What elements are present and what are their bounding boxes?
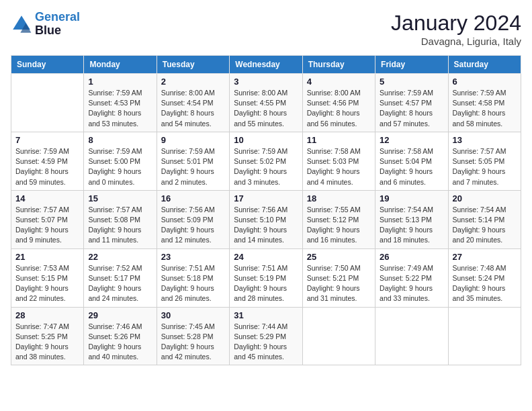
day-number: 9 bbox=[161, 135, 225, 145]
day-number: 25 bbox=[307, 252, 371, 262]
day-info: Sunrise: 7:59 AM Sunset: 5:00 PM Dayligh… bbox=[88, 146, 152, 187]
day-number: 22 bbox=[88, 252, 152, 262]
day-number: 26 bbox=[380, 252, 443, 262]
day-info: Sunrise: 7:46 AM Sunset: 5:26 PM Dayligh… bbox=[88, 322, 152, 363]
calendar-cell: 19Sunrise: 7:54 AM Sunset: 5:13 PM Dayli… bbox=[375, 190, 448, 248]
day-number: 30 bbox=[161, 310, 225, 320]
calendar-cell: 11Sunrise: 7:58 AM Sunset: 5:03 PM Dayli… bbox=[302, 132, 375, 190]
day-info: Sunrise: 7:59 AM Sunset: 4:57 PM Dayligh… bbox=[380, 88, 443, 129]
column-header-sunday: Sunday bbox=[11, 56, 84, 74]
day-info: Sunrise: 7:59 AM Sunset: 4:58 PM Dayligh… bbox=[453, 88, 517, 129]
day-info: Sunrise: 7:59 AM Sunset: 5:01 PM Dayligh… bbox=[161, 146, 225, 187]
column-header-thursday: Thursday bbox=[302, 56, 375, 74]
column-header-wednesday: Wednesday bbox=[230, 56, 302, 74]
day-info: Sunrise: 7:56 AM Sunset: 5:10 PM Dayligh… bbox=[234, 205, 298, 246]
calendar-cell: 31Sunrise: 7:44 AM Sunset: 5:29 PM Dayli… bbox=[230, 307, 302, 365]
day-number: 10 bbox=[234, 135, 298, 145]
day-number: 7 bbox=[15, 135, 79, 145]
day-number: 19 bbox=[380, 193, 443, 203]
calendar-cell: 17Sunrise: 7:56 AM Sunset: 5:10 PM Dayli… bbox=[230, 190, 302, 248]
day-info: Sunrise: 7:44 AM Sunset: 5:29 PM Dayligh… bbox=[234, 322, 298, 363]
day-info: Sunrise: 8:00 AM Sunset: 4:56 PM Dayligh… bbox=[307, 88, 371, 129]
day-info: Sunrise: 7:55 AM Sunset: 5:12 PM Dayligh… bbox=[307, 205, 371, 246]
week-row-3: 21Sunrise: 7:53 AM Sunset: 5:15 PM Dayli… bbox=[11, 248, 521, 307]
week-row-2: 14Sunrise: 7:57 AM Sunset: 5:07 PM Dayli… bbox=[11, 190, 521, 248]
calendar-cell: 24Sunrise: 7:51 AM Sunset: 5:19 PM Dayli… bbox=[230, 248, 302, 307]
week-row-0: 1Sunrise: 7:59 AM Sunset: 4:53 PM Daylig… bbox=[11, 74, 521, 132]
calendar-cell: 8Sunrise: 7:59 AM Sunset: 5:00 PM Daylig… bbox=[84, 132, 157, 190]
calendar-cell: 4Sunrise: 8:00 AM Sunset: 4:56 PM Daylig… bbox=[302, 74, 375, 132]
day-number: 8 bbox=[88, 135, 152, 145]
calendar-cell: 3Sunrise: 8:00 AM Sunset: 4:55 PM Daylig… bbox=[230, 74, 302, 132]
column-header-saturday: Saturday bbox=[448, 56, 521, 74]
day-number: 28 bbox=[15, 310, 79, 320]
header-row: SundayMondayTuesdayWednesdayThursdayFrid… bbox=[11, 56, 521, 74]
day-info: Sunrise: 7:57 AM Sunset: 5:05 PM Dayligh… bbox=[453, 146, 517, 187]
calendar-cell: 10Sunrise: 7:59 AM Sunset: 5:02 PM Dayli… bbox=[230, 132, 302, 190]
location-subtitle: Davagna, Liguria, Italy bbox=[391, 36, 521, 47]
column-header-tuesday: Tuesday bbox=[157, 56, 229, 74]
day-info: Sunrise: 7:52 AM Sunset: 5:17 PM Dayligh… bbox=[88, 263, 152, 304]
day-number: 3 bbox=[234, 77, 298, 87]
day-info: Sunrise: 8:00 AM Sunset: 4:54 PM Dayligh… bbox=[161, 88, 225, 129]
day-number: 17 bbox=[234, 193, 298, 203]
calendar-header: SundayMondayTuesdayWednesdayThursdayFrid… bbox=[11, 56, 521, 74]
title-block: January 2024 Davagna, Liguria, Italy bbox=[391, 11, 521, 47]
day-info: Sunrise: 7:58 AM Sunset: 5:04 PM Dayligh… bbox=[380, 146, 443, 187]
logo: General Blue bbox=[11, 11, 80, 38]
day-info: Sunrise: 7:51 AM Sunset: 5:18 PM Dayligh… bbox=[161, 263, 225, 304]
calendar-cell: 13Sunrise: 7:57 AM Sunset: 5:05 PM Dayli… bbox=[448, 132, 521, 190]
day-number: 24 bbox=[234, 252, 298, 262]
calendar-cell: 22Sunrise: 7:52 AM Sunset: 5:17 PM Dayli… bbox=[84, 248, 157, 307]
calendar-cell bbox=[11, 74, 84, 132]
calendar-table: SundayMondayTuesdayWednesdayThursdayFrid… bbox=[11, 55, 521, 365]
page-header: General Blue January 2024 Davagna, Ligur… bbox=[11, 11, 521, 47]
calendar-cell: 15Sunrise: 7:57 AM Sunset: 5:08 PM Dayli… bbox=[84, 190, 157, 248]
day-number: 16 bbox=[161, 193, 225, 203]
calendar-cell: 30Sunrise: 7:45 AM Sunset: 5:28 PM Dayli… bbox=[157, 307, 229, 365]
day-info: Sunrise: 7:54 AM Sunset: 5:13 PM Dayligh… bbox=[380, 205, 443, 246]
day-info: Sunrise: 7:58 AM Sunset: 5:03 PM Dayligh… bbox=[307, 146, 371, 187]
calendar-cell: 18Sunrise: 7:55 AM Sunset: 5:12 PM Dayli… bbox=[302, 190, 375, 248]
day-info: Sunrise: 8:00 AM Sunset: 4:55 PM Dayligh… bbox=[234, 88, 298, 129]
day-number: 31 bbox=[234, 310, 298, 320]
calendar-cell: 25Sunrise: 7:50 AM Sunset: 5:21 PM Dayli… bbox=[302, 248, 375, 307]
day-info: Sunrise: 7:57 AM Sunset: 5:07 PM Dayligh… bbox=[15, 205, 79, 246]
day-number: 6 bbox=[453, 77, 517, 87]
day-number: 15 bbox=[88, 193, 152, 203]
day-number: 23 bbox=[161, 252, 225, 262]
day-number: 5 bbox=[380, 77, 443, 87]
week-row-4: 28Sunrise: 7:47 AM Sunset: 5:25 PM Dayli… bbox=[11, 307, 521, 365]
calendar-cell: 23Sunrise: 7:51 AM Sunset: 5:18 PM Dayli… bbox=[157, 248, 229, 307]
day-info: Sunrise: 7:54 AM Sunset: 5:14 PM Dayligh… bbox=[453, 205, 517, 246]
day-number: 13 bbox=[453, 135, 517, 145]
calendar-cell: 2Sunrise: 8:00 AM Sunset: 4:54 PM Daylig… bbox=[157, 74, 229, 132]
calendar-cell: 9Sunrise: 7:59 AM Sunset: 5:01 PM Daylig… bbox=[157, 132, 229, 190]
day-number: 18 bbox=[307, 193, 371, 203]
calendar-cell: 6Sunrise: 7:59 AM Sunset: 4:58 PM Daylig… bbox=[448, 74, 521, 132]
calendar-cell: 7Sunrise: 7:59 AM Sunset: 4:59 PM Daylig… bbox=[11, 132, 84, 190]
calendar-cell: 28Sunrise: 7:47 AM Sunset: 5:25 PM Dayli… bbox=[11, 307, 84, 365]
day-number: 14 bbox=[15, 193, 79, 203]
calendar-cell bbox=[448, 307, 521, 365]
day-number: 29 bbox=[88, 310, 152, 320]
calendar-cell: 16Sunrise: 7:56 AM Sunset: 5:09 PM Dayli… bbox=[157, 190, 229, 248]
day-info: Sunrise: 7:48 AM Sunset: 5:24 PM Dayligh… bbox=[453, 263, 517, 304]
calendar-cell: 27Sunrise: 7:48 AM Sunset: 5:24 PM Dayli… bbox=[448, 248, 521, 307]
calendar-cell: 21Sunrise: 7:53 AM Sunset: 5:15 PM Dayli… bbox=[11, 248, 84, 307]
day-number: 27 bbox=[453, 252, 517, 262]
day-info: Sunrise: 7:50 AM Sunset: 5:21 PM Dayligh… bbox=[307, 263, 371, 304]
day-number: 21 bbox=[15, 252, 79, 262]
day-number: 11 bbox=[307, 135, 371, 145]
day-info: Sunrise: 7:51 AM Sunset: 5:19 PM Dayligh… bbox=[234, 263, 298, 304]
day-number: 1 bbox=[88, 77, 152, 87]
week-row-1: 7Sunrise: 7:59 AM Sunset: 4:59 PM Daylig… bbox=[11, 132, 521, 190]
day-number: 20 bbox=[453, 193, 517, 203]
logo-icon bbox=[11, 13, 32, 35]
day-info: Sunrise: 7:49 AM Sunset: 5:22 PM Dayligh… bbox=[380, 263, 443, 304]
logo-text: General Blue bbox=[35, 11, 80, 38]
day-number: 4 bbox=[307, 77, 371, 87]
day-info: Sunrise: 7:57 AM Sunset: 5:08 PM Dayligh… bbox=[88, 205, 152, 246]
calendar-cell: 5Sunrise: 7:59 AM Sunset: 4:57 PM Daylig… bbox=[375, 74, 448, 132]
calendar-cell: 29Sunrise: 7:46 AM Sunset: 5:26 PM Dayli… bbox=[84, 307, 157, 365]
